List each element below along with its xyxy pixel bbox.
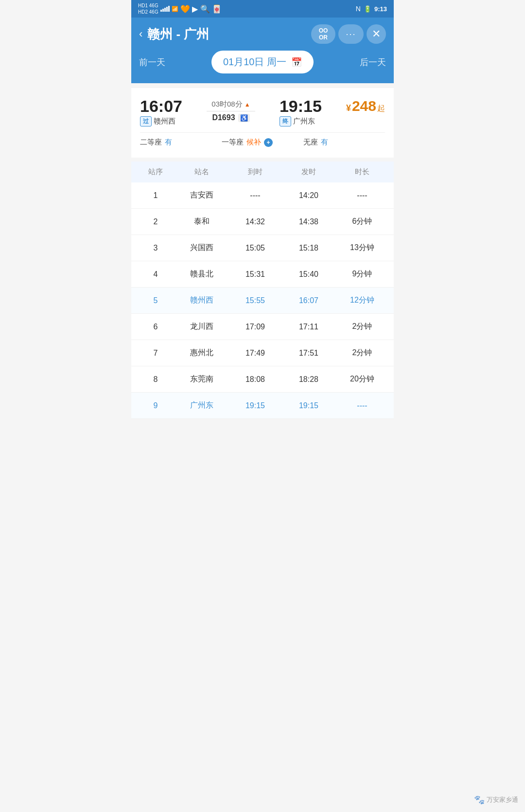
- cell-seq: 1: [136, 191, 175, 200]
- cell-seq: 2: [136, 217, 175, 226]
- dep-station-tag: 过 赣州西: [140, 116, 182, 126]
- cell-duration: 6分钟: [335, 217, 389, 227]
- table-header: 站序 站名 到时 发时 时长: [131, 162, 394, 182]
- cell-seq: 4: [136, 270, 175, 279]
- cell-arrive: 17:09: [228, 323, 282, 331]
- cell-duration: 2分钟: [335, 322, 389, 332]
- cell-seq: 3: [136, 244, 175, 253]
- dep-station: 赣州西: [154, 117, 175, 126]
- first-seat-status: 候补: [246, 138, 261, 147]
- cell-duration: ----: [335, 191, 389, 200]
- col-station: 站名: [175, 167, 228, 177]
- first-seat-label: 一等座: [222, 138, 244, 147]
- seat-availability: 二等座 有 一等座 候补 + 无座 有: [140, 132, 385, 150]
- second-class-seat: 二等座 有: [140, 138, 222, 147]
- duration-line: [207, 111, 255, 111]
- table-row: 7 惠州北 17:49 17:51 2分钟: [131, 340, 394, 366]
- cell-seq: 9: [136, 401, 175, 410]
- cell-station: 吉安西: [175, 190, 228, 200]
- cell-station: 兴国西: [175, 243, 228, 253]
- col-seq: 站序: [136, 167, 175, 177]
- cell-depart: 15:40: [282, 270, 335, 279]
- table-row: 3 兴国西 15:05 15:18 13分钟: [131, 235, 394, 261]
- cell-station: 赣县北: [175, 269, 228, 279]
- dep-badge: 过: [140, 116, 152, 126]
- cell-depart: 17:11: [282, 323, 335, 331]
- status-left: HD1 46GHD2 46G 📶 🧡 ▶ 🔍 🀄: [138, 2, 222, 15]
- table-row: 8 东莞南 18:08 18:28 20分钟: [131, 366, 394, 393]
- cell-station: 龙川西: [175, 322, 228, 332]
- cell-duration: 12分钟: [335, 295, 389, 306]
- train-number: D1693: [212, 113, 235, 122]
- network-label: HD1 46GHD2 46G: [138, 2, 158, 15]
- accessibility-icon: ♿: [238, 114, 250, 122]
- calendar-icon: 📅: [291, 57, 302, 68]
- signal-icon: [160, 6, 170, 12]
- cell-duration: 2分钟: [335, 348, 389, 358]
- prev-day-button[interactable]: 前一天: [139, 56, 165, 68]
- cell-arrive: ----: [228, 191, 282, 200]
- table-row: 2 泰和 14:32 14:38 6分钟: [131, 209, 394, 235]
- cell-station: 赣州西: [175, 295, 228, 306]
- date-picker[interactable]: 01月10日 周一 📅: [211, 51, 314, 73]
- col-depart: 发时: [282, 167, 335, 177]
- cell-arrive: 15:05: [228, 244, 282, 253]
- header: ‹ 赣州 - 广州 OOOR ··· ✕ 前一天 01月10日 周一 📅 后一天: [131, 18, 394, 83]
- cell-station: 东莞南: [175, 374, 228, 384]
- back-button[interactable]: ‹: [139, 28, 142, 40]
- table-row: 4 赣县北 15:31 15:40 9分钟: [131, 261, 394, 288]
- col-duration: 时长: [335, 167, 389, 177]
- cell-seq: 7: [136, 349, 175, 358]
- waitlist-add-icon[interactable]: +: [264, 138, 273, 147]
- cell-duration: 20分钟: [335, 374, 389, 384]
- no-seat-label: 无座: [303, 138, 318, 147]
- status-bar: HD1 46GHD2 46G 📶 🧡 ▶ 🔍 🀄 N 🔋 9:13: [131, 0, 394, 18]
- cell-duration: ----: [335, 401, 389, 410]
- cell-duration: 9分钟: [335, 269, 389, 279]
- duration-text: 03时08分: [211, 100, 242, 109]
- cell-arrive: 17:49: [228, 349, 282, 358]
- price-value: 248: [352, 98, 376, 114]
- cell-arrive: 18:08: [228, 375, 282, 384]
- next-day-button[interactable]: 后一天: [360, 56, 386, 68]
- cell-station: 惠州北: [175, 348, 228, 358]
- title-row: ‹ 赣州 - 广州: [139, 26, 209, 43]
- cell-depart: 16:07: [282, 296, 335, 305]
- cell-depart: 18:28: [282, 375, 335, 384]
- cell-arrive: 14:32: [228, 217, 282, 226]
- cell-depart: 14:20: [282, 191, 335, 200]
- first-class-seat: 一等座 候补 +: [222, 138, 303, 147]
- train-middle-info: 03时08分 ▲ D1693 ♿: [207, 98, 255, 122]
- wifi-icon: 📶: [172, 6, 178, 12]
- arr-time: 19:15: [280, 98, 322, 114]
- header-actions: OOOR ··· ✕: [311, 24, 386, 44]
- cell-duration: 13分钟: [335, 243, 389, 253]
- qr-button[interactable]: OOOR: [311, 24, 335, 44]
- stops-table: 1 吉安西 ---- 14:20 ---- 2 泰和 14:32 14:38 6…: [131, 182, 394, 419]
- departure-info: 16:07 过 赣州西: [140, 98, 182, 126]
- price-info: ¥ 248 起: [346, 98, 385, 114]
- second-seat-label: 二等座: [140, 138, 162, 147]
- battery-icon: 🔋: [364, 5, 371, 13]
- price-suffix: 起: [377, 104, 385, 114]
- date-text: 01月10日 周一: [223, 55, 286, 69]
- more-button[interactable]: ···: [338, 24, 364, 44]
- status-right: N 🔋 9:13: [356, 5, 387, 13]
- train-main-info: 16:07 过 赣州西 03时08分 ▲ D1693 ♿ 19:15 终 广州东: [140, 98, 385, 126]
- header-top: ‹ 赣州 - 广州 OOOR ··· ✕: [139, 24, 386, 44]
- duration-row: 03时08分 ▲: [211, 100, 250, 109]
- up-arrow-icon: ▲: [245, 101, 250, 108]
- page-title: 赣州 - 广州: [147, 26, 209, 43]
- close-button[interactable]: ✕: [367, 24, 386, 44]
- table-row: 5 赣州西 15:55 16:07 12分钟: [131, 288, 394, 314]
- cell-depart: 14:38: [282, 217, 335, 226]
- table-row: 9 广州东 19:15 19:15 ----: [131, 393, 394, 419]
- arr-badge: 终: [280, 116, 291, 126]
- cell-seq: 5: [136, 296, 175, 305]
- time-display: 9:13: [374, 5, 387, 13]
- cell-arrive: 15:31: [228, 270, 282, 279]
- no-seat: 无座 有: [303, 138, 385, 147]
- cell-seq: 8: [136, 375, 175, 384]
- no-seat-status: 有: [321, 138, 328, 147]
- date-nav: 前一天 01月10日 周一 📅 后一天: [139, 51, 386, 73]
